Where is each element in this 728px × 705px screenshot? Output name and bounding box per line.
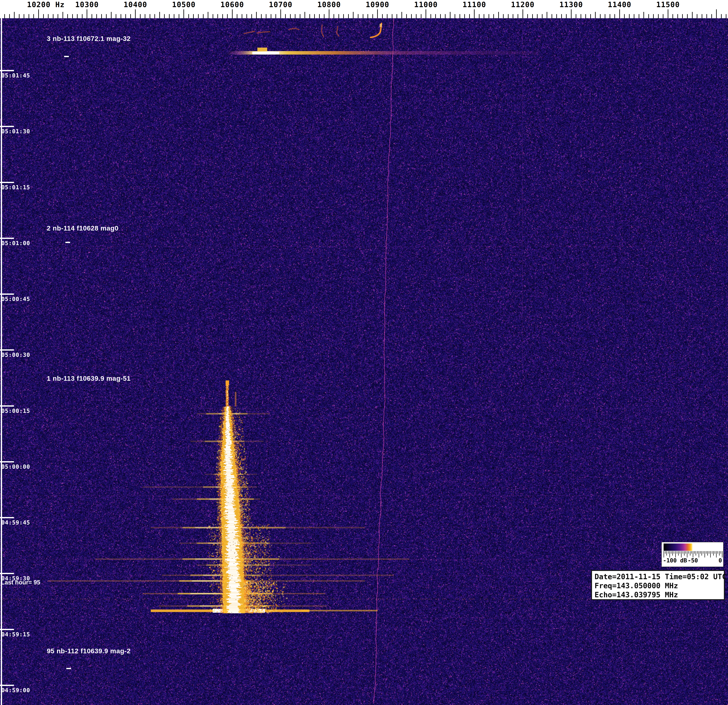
frequency-tick bbox=[121, 14, 121, 18]
frequency-tick bbox=[227, 14, 228, 18]
colorbar-tick bbox=[683, 551, 683, 554]
frequency-tick bbox=[421, 14, 422, 18]
frequency-tick bbox=[687, 14, 688, 18]
frequency-tick bbox=[179, 14, 179, 18]
frequency-tick bbox=[706, 14, 707, 18]
frequency-tick bbox=[682, 14, 683, 18]
frequency-tick bbox=[290, 14, 291, 18]
frequency-tick bbox=[193, 14, 194, 18]
frequency-tick bbox=[402, 12, 402, 18]
colorbar-label-mid: -50 bbox=[688, 557, 698, 563]
frequency-tick bbox=[222, 14, 223, 18]
frequency-tick bbox=[581, 14, 581, 18]
colorbar-tick bbox=[687, 551, 688, 558]
frequency-tick bbox=[474, 9, 475, 18]
frequency-tick bbox=[87, 9, 87, 18]
colorbar-tick bbox=[666, 551, 667, 556]
colorbar-tick bbox=[707, 551, 708, 556]
frequency-tick bbox=[387, 14, 387, 18]
colorbar-tick bbox=[702, 551, 702, 556]
frequency-tick bbox=[72, 14, 73, 18]
frequency-tick bbox=[203, 14, 204, 18]
frequency-tick bbox=[643, 12, 644, 18]
info-echo: Echo=143.039795 MHz bbox=[595, 590, 724, 600]
frequency-tick bbox=[532, 14, 533, 18]
frequency-tick bbox=[96, 14, 97, 18]
colorbar-label-min: -100 dB bbox=[663, 557, 687, 563]
frequency-tick bbox=[285, 14, 286, 18]
frequency-tick bbox=[721, 14, 722, 18]
frequency-tick bbox=[251, 14, 252, 18]
frequency-tick bbox=[280, 9, 281, 18]
frequency-ruler: 10200 Hz10300104001050010600107001080010… bbox=[0, 0, 728, 18]
colorbar-tick bbox=[677, 551, 677, 554]
frequency-tick bbox=[508, 14, 508, 18]
frequency-tick bbox=[382, 14, 383, 18]
colorbar-tick bbox=[671, 551, 671, 554]
frequency-tick bbox=[309, 14, 310, 18]
colorbar-tick bbox=[672, 551, 673, 556]
colorbar-tick bbox=[668, 551, 669, 554]
frequency-tick bbox=[566, 14, 567, 18]
frequency-tick bbox=[605, 14, 605, 18]
frequency-tick bbox=[590, 14, 591, 18]
frequency-tick bbox=[649, 14, 649, 18]
frequency-tick bbox=[353, 12, 354, 18]
frequency-tick bbox=[488, 14, 489, 18]
frequency-tick bbox=[246, 14, 247, 18]
frequency-tick bbox=[484, 14, 484, 18]
frequency-tick bbox=[576, 14, 576, 18]
frequency-tick-label: 10200 Hz bbox=[27, 0, 65, 9]
frequency-tick bbox=[561, 14, 562, 18]
colorbar-gradient bbox=[664, 543, 722, 551]
colorbar-label-max: 0 bbox=[718, 557, 722, 563]
frequency-tick bbox=[619, 9, 620, 18]
frequency-tick bbox=[232, 9, 233, 18]
colorbar-tick bbox=[722, 551, 722, 558]
info-date-time: Date=2011-11-15 Time=05:02 UTC bbox=[595, 572, 724, 581]
frequency-tick bbox=[4, 14, 5, 18]
frequency-tick bbox=[692, 12, 693, 18]
frequency-tick bbox=[43, 14, 44, 18]
colorbar-tick bbox=[697, 551, 698, 554]
frequency-tick bbox=[305, 12, 305, 18]
spectrogram-app: 10200 Hz10300104001050010600107001080010… bbox=[0, 0, 728, 705]
colorbar-tick bbox=[664, 551, 664, 558]
frequency-tick-label: 10800 bbox=[317, 0, 341, 9]
frequency-tick bbox=[416, 14, 416, 18]
detection-annotation: 95 nb-112 f10639.9 mag-2 bbox=[47, 647, 131, 655]
frequency-tick bbox=[595, 12, 596, 18]
frequency-tick bbox=[668, 9, 668, 18]
frequency-tick-label: 11400 bbox=[608, 0, 631, 9]
frequency-tick bbox=[155, 14, 155, 18]
frequency-tick bbox=[208, 12, 208, 18]
colorbar-tick bbox=[699, 551, 699, 558]
frequency-tick bbox=[271, 14, 272, 18]
frequency-tick bbox=[295, 14, 295, 18]
colorbar-tick bbox=[712, 551, 712, 554]
frequency-tick-label: 10700 bbox=[269, 0, 292, 9]
frequency-tick bbox=[116, 14, 116, 18]
frequency-tick bbox=[19, 14, 20, 18]
frequency-tick bbox=[440, 14, 441, 18]
frequency-tick bbox=[435, 14, 436, 18]
frequency-tick bbox=[198, 14, 199, 18]
frequency-tick-label: 11500 bbox=[656, 0, 680, 9]
colorbar-tick bbox=[718, 551, 718, 554]
colorbar-legend: -100 dB -50 0 bbox=[662, 542, 724, 567]
frequency-tick bbox=[459, 14, 460, 18]
colorbar-tick bbox=[678, 551, 679, 556]
frequency-tick bbox=[130, 14, 131, 18]
colorbar-tick bbox=[690, 551, 690, 556]
frequency-tick-label: 11200 bbox=[511, 0, 534, 9]
frequency-tick bbox=[392, 14, 392, 18]
colorbar-tick bbox=[713, 551, 714, 556]
frequency-tick bbox=[82, 14, 82, 18]
frequency-tick bbox=[256, 12, 257, 18]
frequency-tick bbox=[552, 14, 552, 18]
frequency-tick bbox=[479, 14, 480, 18]
frequency-tick bbox=[556, 14, 557, 18]
frequency-tick-label: 10400 bbox=[124, 0, 147, 9]
frequency-tick bbox=[658, 14, 659, 18]
frequency-tick-label: 10600 bbox=[220, 0, 244, 9]
